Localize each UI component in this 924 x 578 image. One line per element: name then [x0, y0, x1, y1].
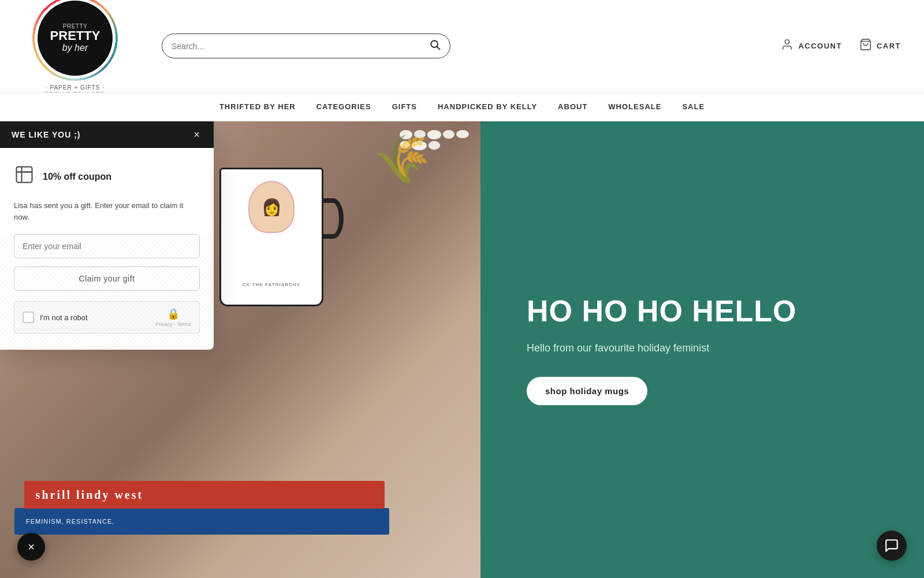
coupon-row: 10% off coupon — [14, 164, 200, 190]
svg-line-1 — [437, 47, 439, 49]
nav-item-sale[interactable]: SALE — [672, 102, 715, 111]
account-link[interactable]: ACCOUNT — [781, 38, 842, 54]
account-icon — [781, 38, 793, 54]
mug-decoration: 👩 CK THE PATRIARCHY — [219, 168, 323, 306]
logo-brand-name: PRETTY — [50, 29, 100, 42]
nav-item-gifts[interactable]: GIFTS — [382, 102, 427, 111]
hero-image: 👩 CK THE PATRIARCHY shrill lindy west FE… — [0, 121, 480, 578]
cart-label: CART — [877, 42, 901, 50]
search-icon[interactable] — [429, 39, 441, 53]
header-right: ACCOUNT CART — [781, 38, 901, 54]
hero-section: 👩 CK THE PATRIARCHY shrill lindy west FE… — [0, 121, 924, 578]
mug-text: CK THE PATRIARCHY — [231, 282, 312, 287]
nav-item-about[interactable]: ABOUT — [547, 102, 598, 111]
logo-circle: PRETTY PRETTY by her — [38, 1, 113, 76]
hero-subtext: Hello from our favourite holiday feminis… — [527, 340, 709, 356]
search-box — [162, 34, 450, 58]
logo-tagline: · PAPER + GIFTS · — [45, 84, 105, 91]
chat-button[interactable] — [877, 531, 907, 561]
nav-bar: THRIFTED BY HER CATEGORIES GIFTS HANDPIC… — [0, 92, 924, 121]
coupon-icon — [14, 164, 35, 190]
search-input[interactable] — [172, 42, 429, 51]
book-subtitle: FEMINISM, RESISTANCE, — [26, 518, 114, 525]
nav-item-thrifted[interactable]: THRIFTED BY HER — [209, 102, 306, 111]
book-red: shrill lindy west — [24, 481, 385, 509]
cart-icon — [859, 38, 872, 54]
mug-handle — [323, 198, 344, 239]
popup-description: Lisa has sent you a gift. Enter your ema… — [14, 200, 200, 223]
hero-teal-panel: HO HO HO HELLO Hello from our favourite … — [480, 121, 924, 578]
popup-pattern — [0, 234, 214, 350]
search-area — [162, 34, 450, 58]
bottom-close-button[interactable]: × — [17, 533, 45, 561]
cart-link[interactable]: CART — [859, 38, 901, 54]
site-header: PRETTY PRETTY by her · PAPER + GIFTS · F… — [0, 0, 924, 92]
svg-point-2 — [785, 40, 789, 44]
hero-cta-button[interactable]: shop holiday mugs — [527, 377, 647, 405]
popup-header: WE LIKE YOU ;) × — [0, 121, 214, 148]
popup-body: 10% off coupon Lisa has sent you a gift.… — [0, 148, 214, 350]
account-label: ACCOUNT — [798, 42, 842, 50]
logo-top-text: PRETTY — [63, 23, 87, 29]
book-title: shrill lindy west — [36, 488, 144, 502]
popup-title: WE LIKE YOU ;) — [12, 130, 81, 139]
book-blue: FEMINISM, RESISTANCE, — [14, 508, 389, 535]
svg-point-0 — [431, 40, 438, 47]
logo-area[interactable]: PRETTY PRETTY by her · PAPER + GIFTS · F… — [23, 0, 127, 97]
coupon-label: 10% off coupon — [43, 172, 111, 182]
hero-headline: HO HO HO HELLO — [527, 294, 797, 329]
nav-item-categories[interactable]: CATEGORIES — [306, 102, 382, 111]
logo-ring: PRETTY PRETTY by her — [32, 0, 118, 81]
nav-item-wholesale[interactable]: WHOLESALE — [598, 102, 672, 111]
gift-popup: WE LIKE YOU ;) × 10% off coupon — [0, 121, 214, 350]
popup-close-button[interactable]: × — [191, 129, 202, 140]
nav-item-handpicked[interactable]: HANDPICKED BY KELLY — [427, 102, 547, 111]
logo-brand-sub: by her — [62, 42, 88, 53]
chat-icon — [884, 538, 899, 553]
mug-art: 👩 — [248, 181, 295, 233]
